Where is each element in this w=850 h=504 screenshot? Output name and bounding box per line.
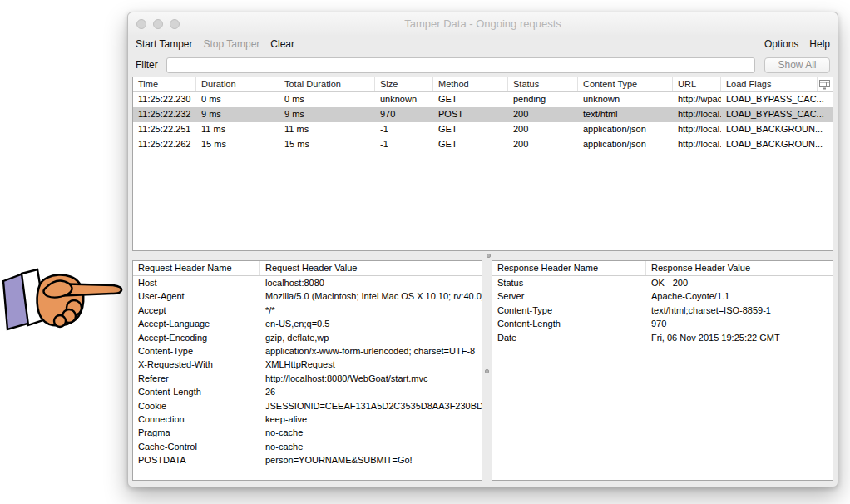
column-picker-button[interactable]	[818, 77, 833, 91]
request-headers-header: Request Header Name Request Header Value	[133, 261, 482, 276]
cell-header-value: Apache-Coyote/1.1	[646, 289, 833, 303]
cell-header-value: no-cache	[260, 440, 482, 453]
col-header-method[interactable]: Method	[433, 77, 508, 91]
cell-header-value: http://localhost:8080/WebGoat/start.mvc	[260, 372, 482, 385]
horizontal-splitter[interactable]	[132, 251, 833, 260]
menu-start-tamper[interactable]: Start Tamper	[136, 38, 192, 50]
cell-status: 200	[508, 107, 578, 122]
response-header-row[interactable]: Server Apache-Coyote/1.1	[492, 289, 833, 303]
vertical-splitter[interactable]	[482, 260, 492, 481]
cell-status: pending	[508, 92, 578, 107]
show-all-button[interactable]: Show All	[764, 57, 830, 73]
cell-header-name: Content-Type	[492, 304, 646, 317]
cell-status: 200	[508, 137, 578, 152]
request-header-row[interactable]: X-Requested-With XMLHttpRequest	[133, 358, 482, 371]
cell-header-value: 26	[260, 385, 482, 398]
cell-total-duration: 15 ms	[279, 137, 375, 152]
col-header-response-value[interactable]: Response Header Value	[646, 261, 833, 275]
response-headers-panel: Response Header Name Response Header Val…	[492, 260, 833, 481]
requests-table-header: Time Duration Total Duration Size Method…	[133, 77, 833, 92]
request-header-row[interactable]: Content-Length 26	[133, 385, 482, 398]
column-picker-icon	[819, 80, 830, 90]
request-header-row[interactable]: Cache-Control no-cache	[133, 440, 482, 453]
request-headers-panel: Request Header Name Request Header Value…	[132, 260, 482, 481]
cell-load-flags: LOAD_BACKGROUN...	[721, 122, 833, 137]
request-header-row[interactable]: Content-Type application/x-www-form-urle…	[133, 344, 482, 358]
request-row[interactable]: 11:25:22.262 15 ms 15 ms -1 GET 200 appl…	[133, 137, 833, 152]
col-header-total-duration[interactable]: Total Duration	[279, 77, 375, 91]
request-header-row[interactable]: Pragma no-cache	[133, 426, 482, 439]
response-headers-header: Response Header Name Response Header Val…	[492, 261, 833, 276]
col-header-time[interactable]: Time	[133, 77, 196, 91]
cell-time: 11:25:22.251	[133, 122, 196, 137]
request-header-row[interactable]: Accept-Language en-US,en;q=0.5	[133, 317, 482, 330]
menu-options[interactable]: Options	[764, 38, 798, 50]
titlebar: Tamper Data - Ongoing requests	[128, 12, 838, 35]
col-header-response-name[interactable]: Response Header Name	[492, 261, 646, 275]
cell-header-value: en-US,en;q=0.5	[260, 317, 482, 330]
request-header-row[interactable]: Accept-Encoding gzip, deflate,wp	[133, 331, 482, 344]
requests-table-body: 11:25:22.230 0 ms 0 ms unknown GET pendi…	[133, 92, 833, 152]
splitter-grip	[485, 369, 489, 373]
pointing-hand-icon	[2, 263, 127, 333]
col-header-size[interactable]: Size	[375, 77, 433, 91]
request-header-row[interactable]: Cookie JSESSIONID=CEEAF131A5D2C3535D8AA3…	[133, 399, 482, 413]
cell-url: http://wpad...	[673, 92, 721, 107]
request-header-row[interactable]: Accept */*	[133, 304, 482, 317]
cell-header-value: keep-alive	[260, 413, 482, 426]
cell-duration: 11 ms	[196, 122, 279, 137]
response-header-row[interactable]: Content-Length 970	[492, 317, 833, 330]
cell-time: 11:25:22.230	[133, 92, 196, 107]
cell-header-name: Content-Length	[492, 317, 646, 330]
cell-total-duration: 0 ms	[279, 92, 375, 107]
request-header-row[interactable]: Referer http://localhost:8080/WebGoat/st…	[133, 372, 482, 385]
filter-input[interactable]	[166, 57, 755, 73]
cell-header-name: Accept	[133, 304, 260, 317]
cell-content-type: application/json	[578, 122, 673, 137]
col-header-request-name[interactable]: Request Header Name	[133, 261, 260, 275]
col-header-load-flags[interactable]: Load Flags	[721, 77, 818, 91]
cell-header-name: X-Requested-With	[133, 358, 260, 371]
tamper-data-window: Tamper Data - Ongoing requests Start Tam…	[127, 12, 838, 487]
request-row[interactable]: 11:25:22.251 11 ms 11 ms -1 GET 200 appl…	[133, 122, 833, 137]
col-header-duration[interactable]: Duration	[196, 77, 279, 91]
cell-load-flags: LOAD_BACKGROUN...	[721, 137, 833, 152]
cell-header-value: Mozilla/5.0 (Macintosh; Intel Mac OS X 1…	[260, 289, 482, 303]
menu-clear[interactable]: Clear	[270, 38, 294, 50]
request-header-row[interactable]: User-Agent Mozilla/5.0 (Macintosh; Intel…	[133, 289, 482, 303]
cell-size: unknown	[375, 92, 433, 107]
request-header-row[interactable]: POSTDATA person=YOURNAME&SUBMIT=Go!	[133, 453, 482, 467]
request-row[interactable]: 11:25:22.230 0 ms 0 ms unknown GET pendi…	[133, 92, 833, 107]
cell-header-name: User-Agent	[133, 289, 260, 303]
col-header-url[interactable]: URL	[673, 77, 721, 91]
cell-header-value: gzip, deflate,wp	[260, 331, 482, 344]
cell-header-name: Date	[492, 331, 646, 344]
screenshot-stage: Tamper Data - Ongoing requests Start Tam…	[0, 0, 850, 504]
pointing-hand-image	[2, 263, 127, 333]
cell-header-name: Content-Type	[133, 344, 260, 358]
cell-header-name: Host	[133, 276, 260, 289]
cell-load-flags: LOAD_BYPASS_CAC...	[721, 92, 833, 107]
window-title: Tamper Data - Ongoing requests	[128, 17, 838, 30]
cell-header-value: text/html;charset=ISO-8859-1	[646, 304, 833, 317]
col-header-status[interactable]: Status	[508, 77, 578, 91]
response-header-row[interactable]: Content-Type text/html;charset=ISO-8859-…	[492, 304, 833, 317]
cell-header-value: application/x-www-form-urlencoded; chars…	[260, 344, 482, 358]
request-row[interactable]: 11:25:22.232 9 ms 9 ms 970 POST 200 text…	[133, 107, 833, 122]
col-header-request-value[interactable]: Request Header Value	[260, 261, 482, 275]
response-header-row[interactable]: Date Fri, 06 Nov 2015 19:25:22 GMT	[492, 331, 833, 344]
response-header-row[interactable]: Status OK - 200	[492, 276, 833, 289]
cell-header-name: Cache-Control	[133, 440, 260, 453]
cell-header-value: localhost:8080	[260, 276, 482, 289]
request-header-row[interactable]: Connection keep-alive	[133, 413, 482, 426]
col-header-content-type[interactable]: Content Type	[578, 77, 673, 91]
cell-url: http://local...	[673, 122, 721, 137]
cell-total-duration: 9 ms	[279, 107, 375, 122]
splitter-grip	[487, 254, 491, 258]
request-header-row[interactable]: Host localhost:8080	[133, 276, 482, 289]
cell-header-name: Accept-Language	[133, 317, 260, 330]
cell-size: -1	[375, 122, 433, 137]
cell-size: -1	[375, 137, 433, 152]
menu-help[interactable]: Help	[809, 38, 830, 50]
header-panels: Request Header Name Request Header Value…	[132, 260, 833, 481]
